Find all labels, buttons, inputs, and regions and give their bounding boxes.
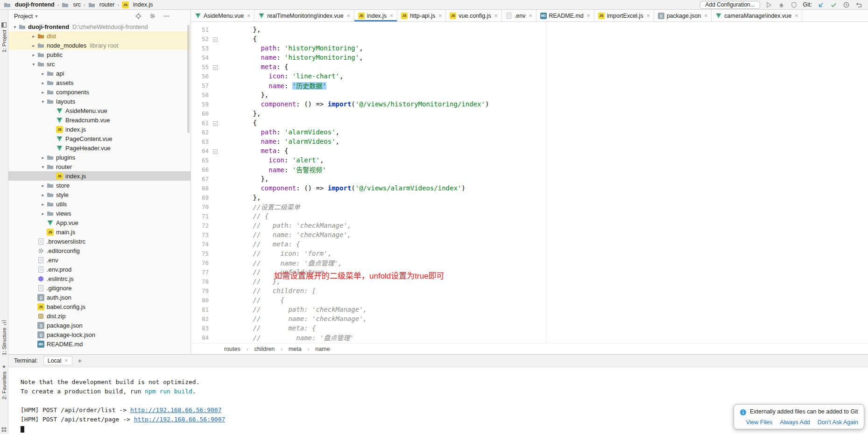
hide-panel-icon[interactable]: — <box>163 13 170 20</box>
notification-action[interactable]: Don't Ask Again <box>818 419 858 426</box>
chevron-right-icon[interactable]: ▸ <box>39 202 47 207</box>
terminal-link[interactable]: http://192.168.66.56:9007 <box>134 416 226 423</box>
code-line[interactable]: 65 icon: 'alert', <box>191 155 868 165</box>
close-icon[interactable]: × <box>347 13 350 19</box>
code-line[interactable]: 76 // name: '盘点管理', <box>191 258 868 267</box>
close-icon[interactable]: × <box>494 13 498 19</box>
locate-file-icon[interactable] <box>135 13 142 20</box>
code-line[interactable]: 81 // path: 'checkManage', <box>191 305 868 314</box>
chevron-down-icon[interactable]: ▾ <box>11 24 19 29</box>
editor-tab[interactable]: JSindex.js× <box>354 10 397 21</box>
code-line[interactable]: 66 name: '告警视频' <box>191 165 868 174</box>
tree-item[interactable]: JSbabel.config.js <box>8 302 191 311</box>
coverage-icon[interactable] <box>790 1 798 8</box>
code-line[interactable]: 55− meta: { <box>191 62 868 71</box>
tree-item[interactable]: ▸dist <box>8 31 191 41</box>
close-icon[interactable]: × <box>704 13 707 19</box>
editor-tab[interactable]: AsideMenu.vue× <box>191 10 254 21</box>
history-icon[interactable] <box>842 1 850 8</box>
code-line[interactable]: 54 name: 'historyMonitoring', <box>191 53 868 62</box>
chevron-right-icon[interactable]: ▸ <box>30 34 37 39</box>
tree-item[interactable]: ▸public <box>8 50 191 59</box>
chevron-right-icon[interactable]: ▸ <box>30 43 37 48</box>
breadcrumb-item[interactable]: routes <box>224 346 240 352</box>
editor-tab[interactable]: JSimportExcel.js× <box>594 10 654 21</box>
code-line[interactable]: 72 // path: 'checkManage', <box>191 221 868 230</box>
editor-tab[interactable]: .env× <box>502 10 536 21</box>
code-line[interactable]: 56 icon: 'line-chart', <box>191 71 868 81</box>
chevron-right-icon[interactable]: ▸ <box>39 183 47 188</box>
tree-item[interactable]: .env <box>8 255 191 265</box>
chevron-right-icon[interactable]: ▸ <box>39 155 47 160</box>
code-line[interactable]: 57 name: '历史数据' <box>191 81 868 90</box>
chevron-down-icon[interactable]: ▾ <box>35 14 37 19</box>
tree-item[interactable]: .gitignore <box>8 283 191 293</box>
tree-item[interactable]: ▸assets <box>8 78 191 87</box>
git-update-icon[interactable] <box>817 1 825 8</box>
tree-item[interactable]: .eslintrc.js <box>8 274 191 283</box>
tree-item[interactable]: dist.zip <box>8 311 191 321</box>
tree-item[interactable]: { }package-lock.json <box>8 330 191 339</box>
tree-item[interactable]: ▾duoji-frontendD:\zheheWeb\duoji-fronten… <box>8 22 191 31</box>
tree-item[interactable]: ▸store <box>8 181 191 190</box>
editor-tab[interactable]: cameraManage\index.vue× <box>712 10 802 21</box>
code-line[interactable]: 73 // name: 'checkManage', <box>191 230 868 239</box>
editor-tab[interactable]: realTimeMonitoring\index.vue× <box>254 10 354 21</box>
chevron-right-icon[interactable]: ▸ <box>39 211 47 216</box>
code-line[interactable]: 79 // children: [ <box>191 286 868 295</box>
git-commit-icon[interactable] <box>830 1 837 8</box>
fold-icon[interactable]: − <box>212 63 219 70</box>
editor-tab[interactable]: JSvue.config.js× <box>446 10 502 21</box>
tree-item[interactable]: ▸node_moduleslibrary root <box>8 41 191 50</box>
tree-item[interactable]: { }package.json <box>8 321 191 330</box>
close-icon[interactable]: × <box>647 13 650 19</box>
code-line[interactable]: 83 // meta: { <box>191 323 868 333</box>
close-icon[interactable]: × <box>529 13 532 19</box>
tool-window-button-project[interactable]: 1: Project <box>0 22 8 53</box>
close-icon[interactable]: × <box>438 13 442 19</box>
tree-item[interactable]: Breadcrumb.vue <box>8 115 191 125</box>
breadcrumb-item[interactable]: src <box>62 1 81 8</box>
tree-item[interactable]: JSmain.js <box>8 227 191 237</box>
code-line[interactable]: 82 // name: 'checkManage', <box>191 314 868 323</box>
tool-window-button-structure[interactable]: 1: Structure <box>0 320 8 355</box>
tree-item[interactable]: PageContent.vue <box>8 134 191 143</box>
tree-item[interactable]: ▾router <box>8 162 191 171</box>
close-icon[interactable]: × <box>65 357 68 364</box>
code-line[interactable]: 80 // { <box>191 295 868 305</box>
tree-item[interactable]: .editorconfig <box>8 246 191 255</box>
code-line[interactable]: 70 //设置二级菜单 <box>191 202 868 211</box>
tree-item[interactable]: ▾src <box>8 59 191 69</box>
code-line[interactable]: 71 // { <box>191 211 868 221</box>
code-line[interactable]: 59 component: () => import('@/views/hist… <box>191 99 868 109</box>
chevron-down-icon[interactable]: ▾ <box>39 99 47 104</box>
fold-icon[interactable]: − <box>212 35 219 42</box>
rollback-icon[interactable] <box>855 1 862 8</box>
tree-item[interactable]: ▸views <box>8 209 191 218</box>
tool-windows-grid-icon[interactable] <box>1 427 7 433</box>
chevron-right-icon[interactable]: ▸ <box>39 80 47 85</box>
breadcrumb-item[interactable]: children <box>254 346 275 352</box>
tree-item[interactable]: .browserslistrc <box>8 237 191 246</box>
terminal-link[interactable]: http://192.168.66.56:9007 <box>130 406 222 413</box>
tree-item[interactable]: ▸components <box>8 87 191 97</box>
tree-item[interactable]: ▸utils <box>8 199 191 209</box>
code-line[interactable]: 61− { <box>191 118 868 127</box>
add-terminal-icon[interactable]: + <box>78 357 82 364</box>
breadcrumb-item[interactable]: JSindex.js <box>122 1 153 8</box>
terminal-tab-local[interactable]: Local × <box>43 356 72 365</box>
tree-item[interactable]: .env.prod <box>8 265 191 274</box>
code-line[interactable]: 68 component: () => import('@/views/alar… <box>191 183 868 193</box>
tree-item[interactable]: AsideMenu.vue <box>8 106 191 115</box>
tree-item[interactable]: JSindex.js <box>8 125 191 134</box>
editor-tab[interactable]: { }package.json× <box>654 10 712 21</box>
code-line[interactable]: 62 path: 'alarmVideos', <box>191 127 868 137</box>
code-line[interactable]: 64− meta: { <box>191 146 868 155</box>
debug-icon[interactable] <box>778 1 785 8</box>
breadcrumb-item[interactable]: router <box>88 1 115 8</box>
tree-item[interactable]: ▸style <box>8 190 191 199</box>
fold-icon[interactable]: − <box>212 147 219 154</box>
editor-tab[interactable]: JShttp-api.js× <box>397 10 446 21</box>
tree-item[interactable]: ▾layouts <box>8 97 191 106</box>
notification-action[interactable]: Always Add <box>780 419 810 426</box>
